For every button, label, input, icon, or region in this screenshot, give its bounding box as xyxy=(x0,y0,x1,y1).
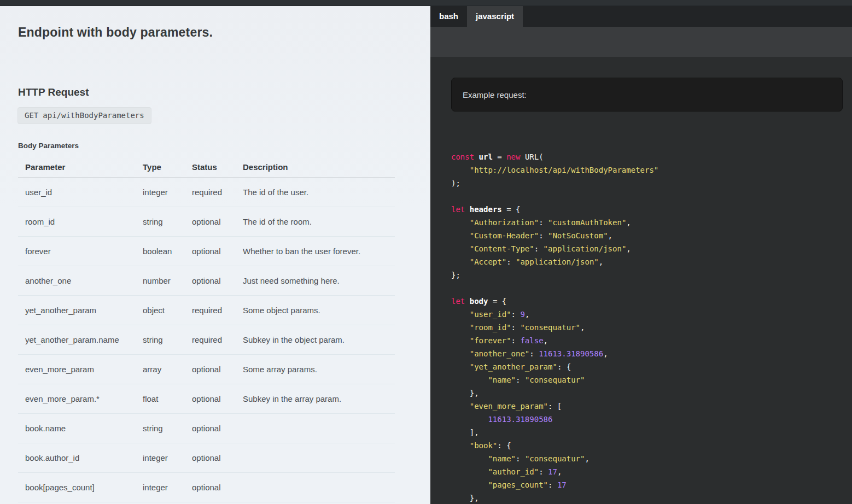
example-request-box: Example request: xyxy=(451,78,843,112)
code-line xyxy=(451,190,852,203)
example-request-label: Example request: xyxy=(463,90,527,99)
table-row: even_more_param.*floatoptionalSubkey in … xyxy=(18,384,395,414)
table-row: foreverbooleanoptionalWhether to ban the… xyxy=(18,237,395,266)
code-line: "pages_count": 17 xyxy=(451,478,852,491)
cell-type: integer xyxy=(143,178,192,207)
code-line: "yet_another_param": { xyxy=(451,360,852,373)
table-row: book[pages_count]integeroptional xyxy=(18,473,395,502)
code-line: "Accept": "application/json", xyxy=(451,255,852,268)
cell-description: Whether to ban the user forever. xyxy=(243,237,395,266)
tab-javascript[interactable]: javascript xyxy=(467,6,523,27)
cell-status: optional xyxy=(192,414,243,443)
code-line: ], xyxy=(451,426,852,439)
page-title: Endpoint with body parameters. xyxy=(18,25,430,40)
cell-description: The id of the room. xyxy=(243,207,395,237)
example-request-code: const url = new URL( "http://localhost/a… xyxy=(451,150,852,504)
code-line: "Custom-Header": "NotSoCustom", xyxy=(451,229,852,242)
cell-description: Some array params. xyxy=(243,355,395,384)
cell-status: optional xyxy=(192,355,243,384)
table-header-row: Parameter Type Status Description xyxy=(18,158,395,178)
cell-type: string xyxy=(143,414,192,443)
cell-description: Just need something here. xyxy=(243,266,395,296)
cell-type: number xyxy=(143,266,192,296)
cell-type: float xyxy=(143,384,192,414)
cell-status: optional xyxy=(192,237,243,266)
code-line: "book": { xyxy=(451,439,852,452)
code-line: "room_id": "consequatur", xyxy=(451,321,852,334)
cell-parameter: book.author_id xyxy=(18,443,143,473)
cell-parameter: room_id xyxy=(18,207,143,237)
docs-panel: Endpoint with body parameters. HTTP Requ… xyxy=(0,6,430,504)
table-row: book.author_idintegeroptional xyxy=(18,443,395,473)
cell-status: required xyxy=(192,178,243,207)
code-panel-header-band xyxy=(430,27,852,57)
code-line: "http://localhost/api/withBodyParameters… xyxy=(451,163,852,177)
code-line: const url = new URL( xyxy=(451,150,852,163)
code-line: "Authorization": "customAuthToken", xyxy=(451,216,852,229)
body-parameters-label: Body Parameters xyxy=(18,142,430,150)
code-line: "name": "consequatur", xyxy=(451,452,852,465)
code-line: ); xyxy=(451,177,852,190)
http-request-heading: HTTP Request xyxy=(18,86,430,98)
code-line: }, xyxy=(451,491,852,504)
cell-status: optional xyxy=(192,207,243,237)
cell-description: Subkey in the object param. xyxy=(243,325,395,355)
cell-status: optional xyxy=(192,266,243,296)
code-line: }; xyxy=(451,268,852,282)
http-method: GET xyxy=(25,111,38,120)
cell-type: string xyxy=(143,325,192,355)
cell-description: The id of the user. xyxy=(243,178,395,207)
table-row: another_onenumberoptionalJust need somet… xyxy=(18,266,395,296)
cell-type: string xyxy=(143,207,192,237)
cell-parameter: even_more_param.* xyxy=(18,384,143,414)
cell-parameter: book[pages_count] xyxy=(18,473,143,502)
table-row: book.namestringoptional xyxy=(18,414,395,443)
cell-status: required xyxy=(192,296,243,325)
code-line: }, xyxy=(451,386,852,400)
code-line: 11613.31890586 xyxy=(451,413,852,426)
cell-status: optional xyxy=(192,384,243,414)
cell-type: integer xyxy=(143,473,192,502)
table-row: even_more_paramarrayoptionalSome array p… xyxy=(18,355,395,384)
cell-parameter: forever xyxy=(18,237,143,266)
table-row: room_idstringoptionalThe id of the room. xyxy=(18,207,395,237)
table-row: yet_another_paramobjectrequiredSome obje… xyxy=(18,296,395,325)
code-line: "author_id": 17, xyxy=(451,465,852,478)
code-line: "user_id": 9, xyxy=(451,308,852,321)
cell-parameter: another_one xyxy=(18,266,143,296)
body-parameters-table: Parameter Type Status Description user_i… xyxy=(18,158,395,502)
code-panel: bashjavascript Example request: const ur… xyxy=(430,6,852,504)
code-line: "Content-Type": "application/json", xyxy=(451,242,852,255)
cell-status: optional xyxy=(192,443,243,473)
code-line: "forever": false, xyxy=(451,334,852,347)
code-line: "even_more_param": [ xyxy=(451,400,852,413)
language-tabs: bashjavascript xyxy=(430,6,852,27)
code-line: let headers = { xyxy=(451,203,852,216)
cell-description: Subkey in the array param. xyxy=(243,384,395,414)
tab-bash[interactable]: bash xyxy=(430,6,467,27)
cell-status: required xyxy=(192,325,243,355)
endpoint-uri: api/withBodyParameters xyxy=(43,111,144,120)
code-line xyxy=(451,282,852,295)
cell-type: object xyxy=(143,296,192,325)
column-header-status: Status xyxy=(192,158,243,178)
column-header-type: Type xyxy=(143,158,192,178)
cell-parameter: user_id xyxy=(18,178,143,207)
code-line: "name": "consequatur" xyxy=(451,373,852,386)
table-row: user_idintegerrequiredThe id of the user… xyxy=(18,178,395,207)
code-line: "another_one": 11613.31890586, xyxy=(451,347,852,360)
cell-description xyxy=(243,414,395,443)
cell-status: optional xyxy=(192,473,243,502)
code-line: let body = { xyxy=(451,295,852,308)
column-header-parameter: Parameter xyxy=(18,158,143,178)
endpoint-badge: GETapi/withBodyParameters xyxy=(17,107,151,124)
cell-description xyxy=(243,443,395,473)
cell-type: array xyxy=(143,355,192,384)
top-bar xyxy=(0,0,852,6)
cell-parameter: even_more_param xyxy=(18,355,143,384)
column-header-description: Description xyxy=(243,158,395,178)
cell-parameter: yet_another_param xyxy=(18,296,143,325)
cell-parameter: yet_another_param.name xyxy=(18,325,143,355)
cell-type: boolean xyxy=(143,237,192,266)
cell-parameter: book.name xyxy=(18,414,143,443)
